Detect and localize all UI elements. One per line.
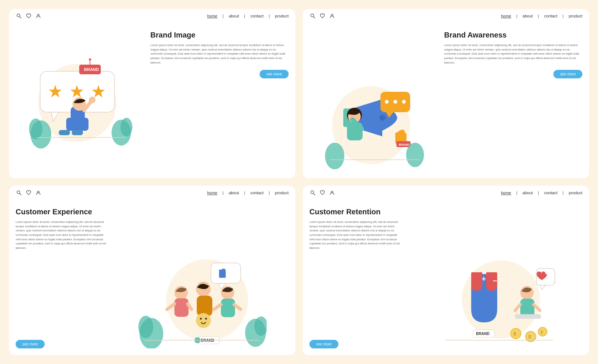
nav-icons-3 [16,189,42,196]
nav-product-1[interactable]: product [275,14,289,18]
svg-rect-62 [197,296,212,316]
svg-text:$: $ [541,330,543,334]
customer-experience-text: Customer Experience Lorem ipsum dolor si… [16,204,111,348]
nav-bar-2: home | about | contact | product [303,9,589,23]
svg-rect-83 [520,299,534,316]
svg-point-64 [200,318,202,320]
nav-contact-2[interactable]: contact [544,14,557,18]
brand-image-text: Brand Image Lorem ipsum dolor sit amet, … [147,27,289,172]
customer-experience-card: home | about | contact | product Custome… [9,186,295,355]
svg-point-34 [402,100,406,104]
brand-awareness-illustration: BRAND [309,27,440,172]
svg-text:−: − [493,277,497,285]
customer-experience-title: Customer Experience [16,207,108,216]
customer-retention-lorem: Lorem ipsum dolor sit amet, consectetur … [309,220,402,250]
svg-point-14 [29,118,42,139]
heart-icon-2[interactable] [319,13,326,19]
customer-retention-content: Customer Retention Lorem ipsum dolor sit… [303,200,589,355]
brand-awareness-text: Brand Awareness Lorem ipsum dolor sit am… [440,27,582,172]
svg-point-21 [89,97,96,103]
nav-home-2[interactable]: home [501,14,511,18]
nav-product-4[interactable]: product [569,191,582,195]
svg-rect-23 [72,130,83,135]
svg-text:+: + [482,275,486,283]
svg-point-12 [89,58,91,61]
customer-experience-content: Customer Experience Lorem ipsum dolor si… [9,200,295,355]
svg-point-43 [325,143,344,169]
main-grid: home | about | contact | product ★ [9,9,589,355]
nav-bar-3: home | about | contact | product [9,186,295,200]
svg-line-75 [314,194,315,195]
svg-rect-58 [174,298,189,317]
svg-rect-22 [59,130,70,135]
brand-image-content: ★ ★ ★ BRAND [9,23,295,178]
user-icon-2[interactable] [329,13,335,19]
nav-contact-3[interactable]: contact [250,191,263,195]
nav-icons-1 [16,13,42,19]
svg-point-65 [205,318,207,320]
svg-text:$: $ [528,334,531,339]
nav-home-3[interactable]: home [207,191,218,195]
brand-awareness-lorem: Lorem ipsum dolor sit amet, consectetur … [444,43,582,65]
user-icon-3[interactable] [35,189,42,196]
nav-links-4: home | about | contact | product [501,191,582,195]
nav-product-2[interactable]: product [569,14,582,18]
heart-icon-3[interactable] [25,189,32,196]
customer-experience-lorem: Lorem ipsum dolor sit amet, consectetur … [16,220,108,250]
svg-rect-67 [221,299,235,317]
svg-marker-94 [540,285,546,290]
svg-point-30 [379,115,385,121]
svg-text:BRAND: BRAND [476,332,489,336]
nav-product-3[interactable]: product [275,191,289,195]
svg-text:★: ★ [48,82,63,101]
nav-icons-2 [309,13,335,19]
svg-point-63 [196,313,211,328]
nav-bar-1: home | about | contact | product [9,9,295,23]
customer-experience-see-more[interactable]: see more [16,340,45,348]
nav-about-1[interactable]: about [229,14,239,18]
nav-about-4[interactable]: about [523,191,533,195]
svg-rect-78 [471,272,482,277]
nav-icons-4 [309,189,335,196]
brand-image-see-more[interactable]: see more [260,70,289,78]
user-icon[interactable] [35,13,42,19]
user-icon-4[interactable] [329,189,335,196]
heart-icon[interactable] [25,13,32,19]
search-icon-4[interactable] [309,189,316,196]
brand-image-title: Brand Image [150,30,289,39]
svg-text:$: $ [514,331,516,337]
nav-links-3: home | about | contact | product [207,191,289,195]
nav-links-2: home | about | contact | product [501,14,582,18]
nav-contact-4[interactable]: contact [544,191,557,195]
svg-rect-84 [515,314,541,319]
customer-retention-text: Customer Retention Lorem ipsum dolor sit… [309,204,405,348]
brand-awareness-see-more[interactable]: see more [553,70,582,78]
nav-home-1[interactable]: home [207,14,218,18]
svg-point-44 [406,143,424,167]
brand-awareness-content: BRAND Brand Awa [303,23,589,178]
nav-home-4[interactable]: home [501,191,511,195]
brand-image-illustration: ★ ★ ★ BRAND [16,27,147,172]
svg-point-33 [393,100,397,104]
svg-line-1 [20,17,22,19]
svg-line-47 [20,194,22,195]
svg-rect-79 [486,272,497,277]
nav-about-3[interactable]: about [229,191,239,195]
customer-retention-card: home | about | contact | product Custome… [303,186,589,355]
svg-text:BRAND: BRAND [399,143,409,146]
customer-retention-title: Customer Retention [309,207,402,216]
svg-text:BRAND: BRAND [84,67,99,72]
search-icon-3[interactable] [16,189,22,196]
customer-retention-see-more[interactable]: see more [309,340,338,348]
customer-retention-illustration: + − $ $ $ [405,204,582,348]
heart-icon-4[interactable] [319,189,326,196]
svg-point-32 [385,100,389,104]
nav-about-2[interactable]: about [523,14,533,18]
nav-contact-1[interactable]: contact [250,14,263,18]
svg-line-26 [314,17,315,19]
search-icon[interactable] [16,13,22,19]
svg-point-16 [120,118,132,136]
search-icon-2[interactable] [309,13,316,19]
svg-point-51 [138,316,153,338]
brand-awareness-card: home | about | contact | product [303,9,589,178]
